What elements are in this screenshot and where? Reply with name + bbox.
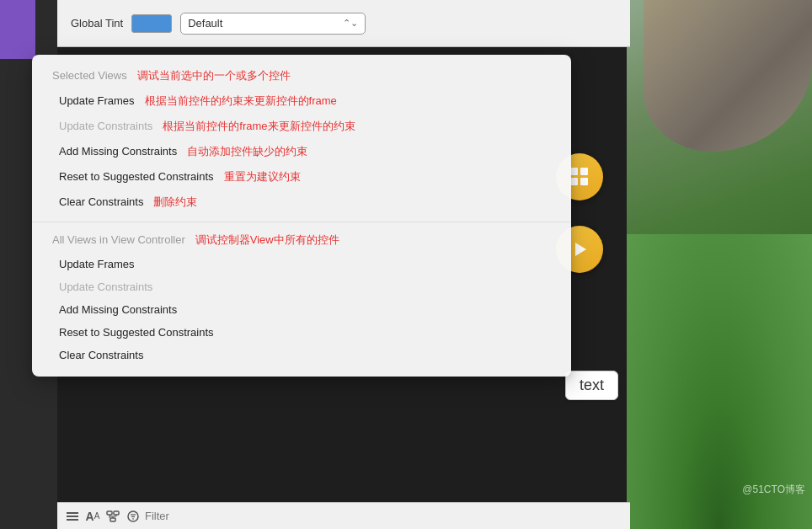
bottom-bar: A A: [57, 502, 630, 529]
svg-marker-4: [575, 243, 586, 256]
update-constraints-item-2[interactable]: Update Constraints: [32, 275, 571, 298]
update-frames-label-1: Update Frames: [59, 94, 135, 107]
update-constraints-annotation-1: 根据当前控件的frame来更新控件的约束: [163, 119, 355, 134]
reset-suggested-label-2: Reset to Suggested Constraints: [59, 326, 214, 339]
toolbar: Global Tint Default ⌃⌄: [57, 0, 630, 47]
clear-constraints-label-1: Clear Constraints: [59, 195, 143, 208]
clear-constraints-item-2[interactable]: Clear Constraints: [32, 344, 571, 366]
svg-rect-1: [580, 168, 588, 175]
add-missing-constraints-annotation-1: 自动添加控件缺少的约束: [187, 144, 307, 159]
svg-rect-7: [67, 519, 78, 521]
purple-accent: [0, 0, 35, 59]
text-button[interactable]: text: [565, 371, 618, 400]
svg-rect-0: [570, 168, 578, 175]
default-select[interactable]: Default ⌃⌄: [180, 13, 366, 35]
text-button-label: text: [580, 377, 604, 393]
color-swatch[interactable]: [131, 14, 172, 33]
update-constraints-label-2: Update Constraints: [59, 281, 152, 293]
constraints-dropdown: Selected Views 调试当前选中的一个或多个控件 Update Fra…: [32, 55, 571, 377]
svg-rect-2: [570, 178, 578, 185]
clear-constraints-annotation-1: 删除约束: [153, 195, 197, 210]
add-missing-constraints-item-1[interactable]: Add Missing Constraints 自动添加控件缺少的约束: [32, 139, 571, 164]
filter-circle-icon[interactable]: [125, 508, 142, 525]
update-frames-annotation-1: 根据当前控件的约束来更新控件的frame: [145, 94, 337, 109]
grid-icon: [569, 166, 590, 188]
chevron-down-icon: ⌃⌄: [343, 18, 358, 29]
nature-background: [627, 0, 812, 529]
selected-views-annotation: 调试当前选中的一个或多个控件: [137, 68, 291, 83]
all-views-annotation: 调试控制器View中所有的控件: [195, 232, 339, 248]
svg-rect-10: [110, 518, 115, 521]
update-frames-item-2[interactable]: Update Frames: [32, 253, 571, 275]
all-views-title: All Views in View Controller: [52, 233, 185, 246]
play-icon: [570, 240, 589, 259]
list-icon[interactable]: [64, 508, 81, 525]
svg-rect-5: [67, 512, 78, 514]
selected-views-header: Selected Views 调试当前选中的一个或多个控件: [32, 65, 571, 88]
add-missing-constraints-label-2: Add Missing Constraints: [59, 303, 177, 316]
text-size-icon[interactable]: A A: [84, 508, 101, 525]
update-constraints-label-1: Update Constraints: [59, 120, 152, 132]
clear-constraints-label-2: Clear Constraints: [59, 349, 143, 361]
all-views-section: All Views in View Controller 调试控制器View中所…: [32, 222, 571, 366]
reset-suggested-annotation-1: 重置为建议约束: [224, 169, 301, 184]
clear-constraints-item-1[interactable]: Clear Constraints 删除约束: [32, 190, 571, 215]
global-tint-label: Global Tint: [71, 17, 123, 29]
all-views-header: All Views in View Controller 调试控制器View中所…: [32, 229, 571, 253]
filter-input[interactable]: [145, 507, 623, 526]
svg-rect-6: [67, 516, 78, 517]
watermark: @51CTO博客: [742, 483, 805, 497]
update-frames-label-2: Update Frames: [59, 258, 135, 270]
rocks: [644, 0, 812, 152]
reset-suggested-label-1: Reset to Suggested Constraints: [59, 170, 214, 183]
selected-views-section: Selected Views 调试当前选中的一个或多个控件 Update Fra…: [32, 65, 571, 215]
add-missing-constraints-label-1: Add Missing Constraints: [59, 145, 177, 158]
svg-rect-8: [107, 511, 112, 515]
update-constraints-item-1[interactable]: Update Constraints 根据当前控件的frame来更新控件的约束: [32, 114, 571, 139]
reset-suggested-item-2[interactable]: Reset to Suggested Constraints: [32, 321, 571, 344]
update-frames-item-1[interactable]: Update Frames 根据当前控件的约束来更新控件的frame: [32, 88, 571, 114]
hierarchy-icon[interactable]: [104, 508, 121, 525]
default-select-label: Default: [188, 17, 222, 29]
selected-views-title: Selected Views: [52, 69, 127, 82]
svg-rect-3: [580, 178, 588, 185]
add-missing-constraints-item-2[interactable]: Add Missing Constraints: [32, 298, 571, 321]
reset-suggested-item-1[interactable]: Reset to Suggested Constraints 重置为建议约束: [32, 164, 571, 190]
svg-rect-9: [114, 511, 119, 515]
